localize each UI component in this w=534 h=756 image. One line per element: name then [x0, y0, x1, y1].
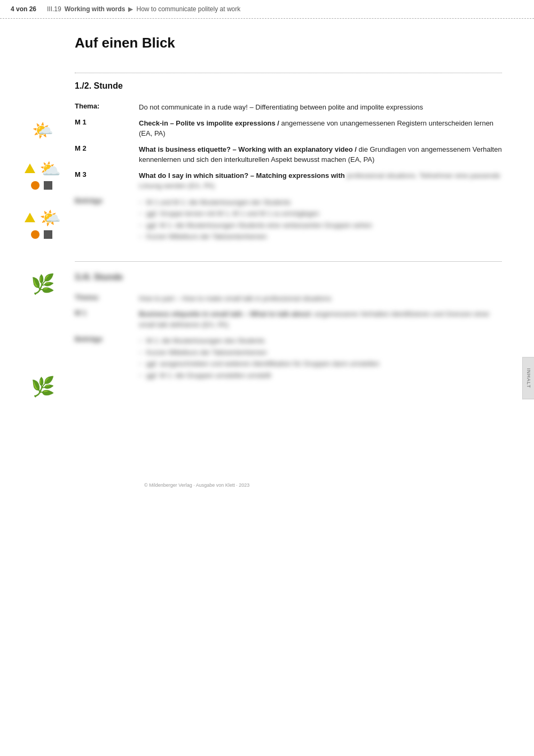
footer-text: © Mildenberger Verlag · Ausgabe von Klet… [144, 482, 534, 488]
label-m1: M 1 [75, 115, 139, 142]
m1-2-bold: Business etiquette in small talk – What … [139, 310, 312, 318]
triangle-icon [25, 163, 35, 175]
m2-bold: What is business etiquette? – Working wi… [139, 145, 357, 153]
table-row-beitrage-1: Beiträge M 1 und M 1: die Musterlosungen… [75, 194, 502, 245]
list-item: Kurzer Mittelkurs der Taktzentenhemen [139, 347, 502, 358]
breadcrumb: III.19 Working with words ▶ How to commu… [47, 5, 240, 13]
svg-marker-1 [25, 213, 35, 222]
beitrage-2-list: M 1: die Musterlosungen des Students Kur… [139, 335, 502, 381]
svg-marker-0 [25, 163, 35, 173]
label-beitrage-1: Beiträge [75, 194, 139, 245]
header-bar: 4 von 26 III.19 Working with words ▶ How… [0, 0, 534, 19]
square-icon [44, 181, 52, 190]
label-m1-2: M 1 [75, 306, 139, 332]
icon-row-shapes: ⛅ [25, 159, 61, 179]
circle-icon [31, 181, 40, 190]
top-separator [75, 73, 502, 73]
square-icon-2 [44, 230, 52, 239]
value-thema: Do not communicate in a rude way! – Diff… [139, 99, 502, 115]
value-m2: What is business etiquette? – Working wi… [139, 142, 502, 168]
table-row-thema-2: Thema: How to part – How to make small t… [75, 291, 502, 307]
circle-icon-2 [31, 230, 40, 239]
list-item: ggf. Gruppe lernen mit M 1, M 1 und M 1 … [139, 208, 502, 220]
m1-bold: Check-in – Polite vs impolite expression… [139, 119, 279, 127]
icon-group-2: ⛅ [25, 159, 61, 192]
table-row-m1-2: M 1 Business etiquette in small talk – W… [75, 306, 502, 332]
page-title: Auf einen Blick [75, 35, 502, 51]
person-icon-1: 🌿 [31, 273, 55, 295]
icon-group-3: 🌤️ [25, 208, 61, 241]
m3-bold: What do I say in which situation? – Matc… [139, 172, 345, 180]
icon-row-cloud: 🌤️ [32, 120, 53, 141]
content-area: Auf einen Blick 1./2. Stunde Thema: Do n… [69, 35, 534, 496]
triangle-icon-2 [25, 213, 35, 224]
main-content: 🌤️ ⛅ [0, 19, 534, 512]
beitrage-1-list: M 1 und M 1: die Musterlosungen der Stud… [139, 197, 502, 243]
cloud-icon-2: ⛅ [40, 159, 61, 179]
left-icons-column: 🌤️ ⛅ [16, 35, 69, 496]
section-2-table: Thema: How to part – How to make small t… [75, 291, 502, 384]
sidebar-tab-label: INHALT [526, 368, 531, 388]
breadcrumb-subtitle: How to communicate politely at work [136, 5, 240, 13]
icon-row-shapes2 [31, 181, 54, 190]
sidebar-tab[interactable]: INHALT [522, 357, 534, 399]
value-thema-2: How to part – How to make small talk in … [139, 291, 502, 307]
list-item: ggf. ausgeschrieben und weiteren Identif… [139, 358, 502, 370]
list-item: M 1: die Musterlosungen des Students [139, 335, 502, 347]
list-item: ggf. M 1: die Musterlosungen Students ei… [139, 220, 502, 231]
label-beitrage-2: Beiträge [75, 332, 139, 384]
breadcrumb-arrow: ▶ [128, 5, 133, 13]
cloud-icon-1: 🌤️ [32, 120, 53, 141]
cloud-icon-3: 🌤️ [40, 208, 61, 228]
label-m2: M 2 [75, 142, 139, 168]
section-1-heading: 1./2. Stunde [75, 81, 502, 91]
section-1-table: Thema: Do not communicate in a rude way!… [75, 99, 502, 245]
list-item: ggf. M 1: die Gruppen umstellen umstellt [139, 370, 502, 381]
value-m3: What do I say in which situation? – Matc… [139, 168, 502, 194]
section-divider [75, 261, 502, 262]
icon-group-5: 🌿 [31, 376, 55, 398]
label-thema-2: Thema: [75, 291, 139, 307]
table-row-thema: Thema: Do not communicate in a rude way!… [75, 99, 502, 115]
value-m1: Check-in – Polite vs impolite expression… [139, 115, 502, 142]
icon-group-1: 🌤️ [32, 120, 53, 143]
section-2-heading: 3./4. Stunde [75, 272, 502, 282]
table-row-m3: M 3 What do I say in which situation? – … [75, 168, 502, 194]
table-row-m1: M 1 Check-in – Polite vs impolite expres… [75, 115, 502, 142]
section-2: 3./4. Stunde Thema: How to part – How to… [75, 272, 502, 384]
label-thema: Thema: [75, 99, 139, 115]
list-item: Kurzer Mittelkurs der Taktzentenhemen [139, 231, 502, 243]
section-1: 1./2. Stunde Thema: Do not communicate i… [75, 81, 502, 245]
section-code: III.19 [47, 5, 61, 13]
icon-row-shapes3 [31, 230, 54, 239]
list-item: M 1 und M 1: die Musterlosungen der Stud… [139, 197, 502, 208]
person-icon-2: 🌿 [31, 376, 55, 398]
table-row-beitrage-2: Beiträge M 1: die Musterlosungen des Stu… [75, 332, 502, 384]
icon-group-4: 🌿 [31, 273, 55, 295]
value-beitrage-2: M 1: die Musterlosungen des Students Kur… [139, 332, 502, 384]
section-title: Working with words [65, 5, 125, 13]
label-m3: M 3 [75, 168, 139, 194]
value-beitrage-1: M 1 und M 1: die Musterlosungen der Stud… [139, 194, 502, 245]
table-row-m2: M 2 What is business etiquette? – Workin… [75, 142, 502, 168]
value-m1-2: Business etiquette in small talk – What … [139, 306, 502, 332]
page-number: 4 von 26 [11, 5, 43, 13]
icon-row-tri2: 🌤️ [25, 208, 61, 228]
